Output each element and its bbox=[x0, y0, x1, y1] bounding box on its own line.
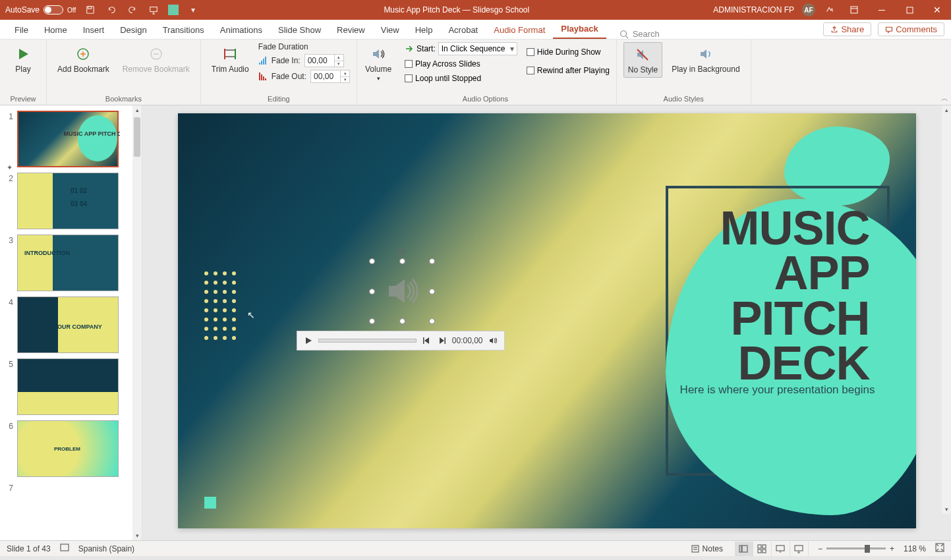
trim-audio-button[interactable]: Trim Audio bbox=[208, 42, 253, 76]
group-audio-styles-label: Audio Styles bbox=[664, 93, 704, 105]
accessibility-icon[interactable] bbox=[60, 543, 69, 554]
scrollbar-thumb[interactable] bbox=[134, 117, 140, 157]
tab-playback[interactable]: Playback bbox=[553, 20, 606, 39]
svg-rect-32 bbox=[423, 337, 424, 344]
resize-handle[interactable] bbox=[369, 289, 375, 294]
resize-handle[interactable] bbox=[429, 258, 435, 264]
play-background-button[interactable]: Play in Background bbox=[668, 42, 743, 76]
comment-icon bbox=[885, 26, 893, 34]
language-status[interactable]: Spanish (Spain) bbox=[78, 544, 134, 553]
close-icon[interactable]: ✕ bbox=[927, 0, 947, 20]
tab-insert[interactable]: Insert bbox=[75, 21, 113, 39]
zoom-level[interactable]: 118 % bbox=[904, 544, 926, 553]
tab-home[interactable]: Home bbox=[36, 21, 75, 39]
tab-acrobat[interactable]: Acrobat bbox=[440, 21, 486, 39]
player-skip-fwd-button[interactable] bbox=[436, 337, 448, 345]
canvas-scrollbar[interactable]: ▴ ▾ bbox=[942, 105, 951, 514]
slide-thumbnail-1[interactable]: MUSIC APP PITCH DECK bbox=[17, 111, 119, 167]
player-skip-back-button[interactable] bbox=[420, 337, 432, 345]
rewind-checkbox[interactable]: Rewind after Playing bbox=[527, 65, 610, 76]
svg-rect-40 bbox=[742, 546, 747, 552]
play-button[interactable]: Play bbox=[7, 42, 40, 76]
coming-soon-icon[interactable] bbox=[823, 3, 836, 16]
title-line: APP PITCH bbox=[679, 250, 870, 341]
redo-icon[interactable] bbox=[126, 3, 139, 16]
scroll-down-icon[interactable]: ▾ bbox=[942, 505, 951, 514]
fit-to-window-button[interactable] bbox=[935, 543, 944, 554]
player-play-button[interactable] bbox=[303, 337, 314, 345]
ribbon-display-icon[interactable] bbox=[844, 0, 864, 20]
user-avatar[interactable]: AF bbox=[802, 3, 815, 16]
player-volume-button[interactable] bbox=[487, 336, 499, 345]
maximize-icon[interactable] bbox=[900, 0, 919, 20]
add-bookmark-button[interactable]: Add Bookmark bbox=[53, 42, 113, 76]
audio-object[interactable]: ⟳ bbox=[376, 265, 428, 318]
spinner-icon[interactable]: ▴▾ bbox=[340, 70, 349, 82]
comments-button[interactable]: Comments bbox=[878, 22, 944, 36]
zoom-in-button[interactable]: + bbox=[890, 544, 894, 553]
normal-view-button[interactable] bbox=[735, 542, 753, 556]
resize-handle[interactable] bbox=[429, 318, 435, 324]
undo-icon[interactable] bbox=[105, 3, 118, 16]
resize-handle[interactable] bbox=[399, 258, 405, 264]
reading-view-button[interactable] bbox=[772, 542, 790, 556]
tab-animations[interactable]: Animations bbox=[212, 21, 270, 39]
slide-thumbnail-3[interactable]: INTRODUCTION bbox=[17, 235, 119, 291]
theme-color-swatch[interactable] bbox=[168, 5, 179, 15]
resize-handle[interactable] bbox=[369, 318, 375, 324]
qat-more-icon[interactable]: ▾ bbox=[187, 3, 200, 16]
save-icon[interactable] bbox=[84, 3, 97, 16]
play-across-checkbox[interactable]: Play Across Slides bbox=[405, 58, 517, 70]
tab-audio-format[interactable]: Audio Format bbox=[486, 21, 553, 39]
zoom-out-button[interactable]: − bbox=[818, 544, 822, 553]
remove-bookmark-label: Remove Bookmark bbox=[123, 65, 190, 74]
fade-out-value: 00,00 bbox=[314, 72, 333, 81]
slide-sorter-button[interactable] bbox=[753, 542, 772, 556]
group-preview-label: Preview bbox=[10, 93, 36, 105]
slide-counter[interactable]: Slide 1 of 43 bbox=[7, 544, 51, 553]
slide-thumbnail-2[interactable]: 01 0203 04 bbox=[17, 173, 119, 229]
zoom-track[interactable] bbox=[826, 547, 886, 549]
scroll-up-icon[interactable]: ▴ bbox=[942, 105, 951, 115]
svg-rect-43 bbox=[758, 549, 761, 553]
slideshow-view-button[interactable] bbox=[790, 542, 809, 556]
loop-checkbox[interactable]: Loop until Stopped bbox=[405, 72, 517, 84]
tab-review[interactable]: Review bbox=[329, 21, 373, 39]
slide-thumbnail-5[interactable] bbox=[17, 358, 119, 415]
player-track[interactable] bbox=[318, 339, 417, 343]
fade-out-input[interactable]: 00,00▴▾ bbox=[310, 70, 350, 83]
notes-button[interactable]: Notes bbox=[688, 544, 726, 553]
slide-thumbnail-4[interactable]: OUR COMPANY bbox=[17, 296, 119, 353]
tab-slideshow[interactable]: Slide Show bbox=[270, 21, 329, 39]
tab-design[interactable]: Design bbox=[112, 21, 154, 39]
tab-transitions[interactable]: Transitions bbox=[155, 21, 212, 39]
rotate-handle-icon[interactable]: ⟳ bbox=[398, 246, 406, 257]
search-box[interactable]: Search bbox=[620, 29, 660, 39]
resize-handle[interactable] bbox=[369, 258, 375, 264]
slide-canvas[interactable]: MUSIC APP PITCH DECK Here is where your … bbox=[178, 113, 916, 528]
share-button[interactable]: Share bbox=[823, 22, 871, 36]
volume-button[interactable]: Volume ▾ bbox=[361, 42, 395, 84]
minimize-icon[interactable]: ─ bbox=[872, 0, 892, 20]
tab-file[interactable]: File bbox=[7, 21, 36, 39]
autosave-toggle[interactable]: AutoSave Off bbox=[5, 5, 76, 14]
resize-handle[interactable] bbox=[399, 318, 405, 324]
start-dropdown[interactable]: In Click Sequence bbox=[438, 42, 517, 55]
thumbnail-scrollbar[interactable]: ▴ ▾ bbox=[132, 105, 142, 540]
scroll-down-icon[interactable]: ▾ bbox=[132, 531, 142, 540]
tab-help[interactable]: Help bbox=[407, 21, 441, 39]
tab-view[interactable]: View bbox=[373, 21, 407, 39]
fade-in-input[interactable]: 00,00▴▾ bbox=[304, 54, 344, 67]
resize-handle[interactable] bbox=[429, 289, 435, 294]
hide-during-show-checkbox[interactable]: Hide During Show bbox=[527, 46, 610, 58]
collapse-ribbon-icon[interactable]: ︿ bbox=[941, 94, 948, 103]
scroll-up-icon[interactable]: ▴ bbox=[132, 105, 142, 115]
zoom-thumb[interactable] bbox=[865, 545, 870, 553]
slide-title[interactable]: MUSIC APP PITCH DECK bbox=[679, 206, 870, 386]
slide-subtitle[interactable]: Here is where your presentation begins bbox=[679, 383, 877, 397]
slideshow-from-start-icon[interactable] bbox=[147, 3, 160, 16]
group-bookmarks: Add Bookmark Remove Bookmark Bookmarks bbox=[47, 40, 201, 105]
spinner-icon[interactable]: ▴▾ bbox=[334, 55, 343, 67]
slide-thumbnail-6[interactable]: PROBLEM bbox=[17, 420, 119, 477]
no-style-button[interactable]: No Style bbox=[623, 42, 662, 78]
